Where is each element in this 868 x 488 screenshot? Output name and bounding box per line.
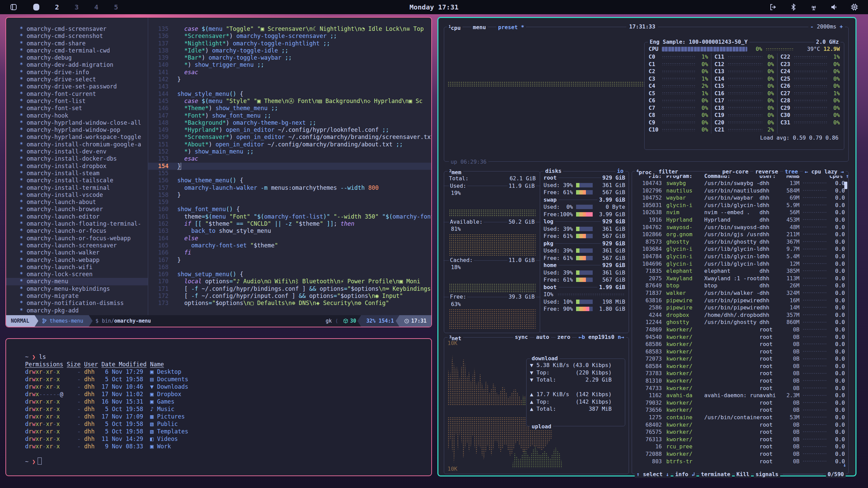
process-row[interactable]: 68584 kworker/ root 0B 0.0 [632,363,848,370]
process-row[interactable]: 12244 ghostty /usr/bin/ghostty --gtk- dh… [632,319,848,326]
process-row[interactable]: 1162 avahi-da avahi-daemon: running [ av… [632,392,848,399]
process-row[interactable]: 71835 elephant elephant dhh 385M 0.0 [632,267,848,275]
process-row[interactable]: 87573 ghostty /usr/bin/ghostty --gtk- dh… [632,238,848,246]
per-core-toggle[interactable]: per-core [721,168,750,176]
process-row[interactable]: 16 rcu_pree root 0B 0.0 [632,443,848,450]
cpu-icon[interactable] [850,3,859,11]
process-row[interactable]: 2075 Xwayland Xwayland :1 -rootless - dh… [632,275,848,282]
io-toggle[interactable]: io [615,167,625,175]
workspace-5[interactable]: 5 [114,3,118,11]
file-tree-item[interactable]: * omarchy-font-current [20,90,148,98]
info-action[interactable]: info ↲ [673,471,696,478]
process-row[interactable]: 76575 kworker/ root 0B 0.0 [632,428,848,436]
net-auto-toggle[interactable]: auto [534,333,551,341]
process-row[interactable]: 71837 walker /usr/bin/walker --gappl dhh… [632,289,848,297]
process-row[interactable]: 102866 org.gnom /usr/bin/gjs /usr/lib/o … [632,231,848,238]
file-tree-item[interactable]: * omarchy-debug [20,54,148,61]
net-sync-toggle[interactable]: sync [513,333,530,341]
file-tree-item[interactable]: * omarchy-cmd-screensaver [20,25,148,33]
process-row[interactable]: 105031 glycin-i /usr/lib/glycin-loaders … [632,202,848,209]
file-tree-item[interactable]: * omarchy-dev-add-migration [20,61,148,68]
file-tree-item[interactable]: * omarchy-install-docker-dbs [20,155,148,162]
file-tree-item[interactable]: * omarchy-launch-walker [20,249,148,256]
process-row[interactable]: 74869 kworker/ root 0B 0.0 [632,326,848,333]
logout-icon[interactable] [769,3,777,11]
process-row[interactable]: 76313 kworker/ root 0B 0.0 [632,436,848,443]
file-tree-item[interactable]: * omarchy-launch-or-focus [20,227,148,235]
process-row[interactable]: 803 btrfs-tr root 0B 0.0 [632,458,848,465]
terminate-action[interactable]: terminate [699,471,732,478]
file-tree-item[interactable]: * omarchy-hyprland-window-pop [20,126,148,134]
file-tree-item[interactable]: * omarchy-launch-floating-terminal- [20,220,148,227]
sort-selector[interactable]: ← cpu lazy → [803,168,846,176]
file-tree-item[interactable]: * omarchy-cmd-terminal-cwd [20,47,148,54]
process-row[interactable]: 104696 glycin-i /usr/lib/glycin-loaders … [632,260,848,268]
process-row[interactable]: 4244 dropbox /home/dhh/.dropbox-dist dhh… [632,311,848,319]
process-row[interactable]: 73656 kworker/ root 0B 0.0 [632,406,848,414]
preset-button[interactable]: preset * [496,24,526,31]
process-row[interactable]: 102638 nvim nvim --embed . dhh 56M 0.0 [632,209,848,216]
file-tree-item[interactable]: * omarchy-notification-dismiss [20,300,148,307]
process-row[interactable]: 79032 kworker/ root 0B 0.0 [632,399,848,407]
file-tree-item[interactable]: * omarchy-drive-select [20,76,148,83]
process-row[interactable]: 1275 containe /usr/bin/containerd root 5… [632,414,848,421]
file-tree-item[interactable]: * omarchy-menu [6,278,148,285]
reverse-toggle[interactable]: reverse [753,168,780,176]
workspace-4[interactable]: 4 [94,3,98,11]
file-tree-item[interactable]: * omarchy-install-chromium-google-a [20,141,148,148]
workspace-2[interactable]: 2 [55,3,59,11]
process-row[interactable]: 74733 kworker/ root 0B 0.0 [632,385,848,392]
apps-icon[interactable] [9,3,18,11]
bluetooth-icon[interactable] [789,3,797,11]
process-row[interactable]: 81310 kworker/ root 0B 0.0 [632,377,848,385]
scroll-down-icon[interactable]: ↓ [843,461,846,469]
file-tree-item[interactable]: * omarchy-launch-editor [20,213,148,220]
process-row[interactable]: 87649 btop btop dhh 26M 0.0 [632,282,848,289]
file-tree-item[interactable]: * omarchy-font-list [20,98,148,105]
file-tree-item[interactable]: * omarchy-launch-wifi [20,264,148,271]
prompt-line-current[interactable]: ~ ❯ [25,458,431,465]
signals-action[interactable]: signals [754,471,780,478]
terminal-body[interactable]: ~ ❯ ls Permissions Size User Date Modifi… [6,339,431,465]
file-tree-item[interactable]: * omarchy-install-vscode [20,191,148,199]
file-tree-item[interactable]: * omarchy-hook [20,112,148,119]
file-tree-item[interactable]: * omarchy-launch-webapp [20,257,148,264]
file-tree-item[interactable]: * omarchy-font-set [20,105,148,112]
file-tree-item[interactable]: * omarchy-launch-browser [20,206,148,213]
terminal-cursor[interactable] [38,458,42,465]
file-tree-item[interactable]: * omarchy-menu-keybindings [20,285,148,292]
process-row[interactable]: 1916 Hyprland Hyprland dhh 453M 0.0 [632,216,848,224]
file-tree-item[interactable]: * omarchy-hyprland-workspace-toggle [20,134,148,141]
kill-action[interactable]: Kill [735,471,751,478]
process-row[interactable]: 2586 pipewire /usr/bin/pipewire-pulse dh… [632,304,848,311]
tree-toggle[interactable]: tree [783,168,800,176]
file-tree-item[interactable]: * omarchy-install-steam [20,170,148,177]
file-tree-item[interactable]: * omarchy-cmd-screenshot [20,33,148,40]
file-tree-item[interactable]: * omarchy-lock-screen [20,271,148,278]
file-tree-item[interactable]: * omarchy-drive-info [20,69,148,76]
process-row[interactable]: 102796 nautilus /usr/bin/nautilus --new … [632,187,848,195]
file-tree-item[interactable]: * omarchy-install-terminal [20,184,148,191]
workspace-3[interactable]: 3 [75,3,79,11]
file-tree-item[interactable]: * omarchy-launch-or-focus-webapp [20,235,148,242]
update-interval[interactable]: - 2000ms + [808,23,845,30]
file-tree-item[interactable]: * omarchy-migrate [20,292,148,300]
file-tree-item[interactable]: * omarchy-install-dropbox [20,163,148,170]
proc-scrollbar-thumb[interactable] [844,182,847,189]
file-tree-item[interactable]: * omarchy-pkg-add [20,307,148,314]
file-tree-item[interactable]: * omarchy-install-tailscale [20,177,148,184]
process-row[interactable]: 68586 kworker/ root 0B 0.0 [632,341,848,348]
process-row[interactable]: 104743 swaybg /usr/bin/swaybg -i /hom dh… [632,180,848,187]
filter-button[interactable]: filter [657,168,680,176]
process-row[interactable]: 72073 kworker/ root 0B 0.0 [632,355,848,363]
process-row[interactable]: 63816 pipewire /usr/bin/pipewire dhh 16M… [632,297,848,304]
process-row[interactable]: 68583 kworker/ root 0B 0.0 [632,348,848,355]
process-row[interactable]: 73783 kworker/ root 0B 0.0 [632,370,848,377]
file-tree-item[interactable]: * omarchy-launch-screensaver [20,242,148,249]
menu-button[interactable]: menu [471,24,488,31]
process-row[interactable]: 72088 kworker/ root 0B 0.0 [632,450,848,458]
file-tree-item[interactable]: * omarchy-cmd-share [20,40,148,47]
process-row[interactable]: 104752 waybar /usr/bin/waybar dhh 69M 0.… [632,194,848,202]
file-tree-item[interactable]: * omarchy-install-dev-env [20,148,148,155]
file-tree-item[interactable]: * omarchy-launch-about [20,199,148,206]
